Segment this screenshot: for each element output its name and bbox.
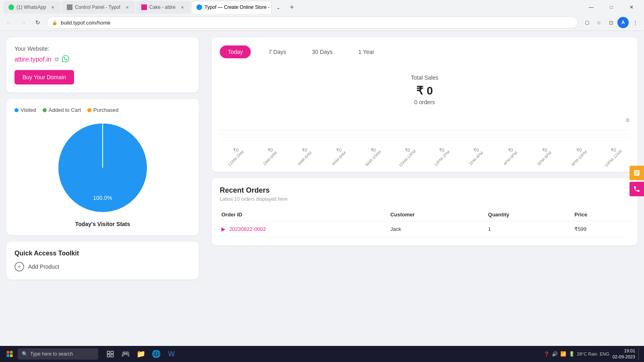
svg-rect-8: [10, 351, 13, 354]
tab-whatsapp[interactable]: (1) WhatsApp ✕: [3, 1, 61, 14]
help-icon[interactable]: ❓: [544, 352, 549, 357]
filter-today[interactable]: Today: [220, 45, 251, 58]
tab-overflow-btn[interactable]: ⌄: [272, 2, 284, 13]
added-to-cart-dot: [43, 108, 47, 112]
add-product-row[interactable]: + Add Product: [14, 262, 191, 272]
orders-table: Order ID Customer Quantity Price ▶ 20230…: [220, 208, 630, 237]
extensions-btn[interactable]: ⋮: [630, 17, 641, 28]
filter-1year[interactable]: 1 Year: [350, 45, 382, 58]
sales-card: Today 7 Days 30 Days 1 Year Total Sales …: [212, 37, 638, 172]
minimize-btn[interactable]: —: [582, 0, 601, 14]
window-controls: — □ ✕: [582, 0, 641, 14]
address-bar-row: ← → ↻ 🔒 build.typof.com/home ⬡ ☆ ⊡ A ⋮: [0, 14, 644, 31]
filter-30days[interactable]: 30 Days: [304, 45, 341, 58]
legend-purchased: Purchased: [87, 107, 118, 113]
order-expand-btn[interactable]: ▶: [221, 226, 225, 232]
maximize-btn[interactable]: □: [602, 0, 621, 14]
svg-rect-9: [7, 354, 10, 357]
close-btn[interactable]: ✕: [622, 0, 641, 14]
volume-icon[interactable]: 🔊: [552, 351, 558, 357]
forward-btn[interactable]: →: [18, 17, 29, 28]
left-panel: Your Website: attire.typof.in ⧉ Buy Your…: [0, 31, 205, 362]
filter-7days[interactable]: 7 Days: [260, 45, 294, 58]
col-order-id: Order ID: [220, 208, 389, 221]
col-quantity: Quantity: [487, 208, 573, 221]
time-filter-row: Today 7 Days 30 Days 1 Year: [220, 45, 630, 58]
svg-rect-11: [107, 351, 110, 354]
tab-control-panel[interactable]: Control Panel - Typof ✕: [62, 1, 135, 14]
divider-2: [220, 134, 630, 134]
bookmark-btn[interactable]: ☆: [593, 17, 605, 28]
taskbar-clock[interactable]: 19:01 02-09-2023: [613, 348, 635, 360]
start-btn[interactable]: [3, 348, 16, 360]
profile-btn[interactable]: A: [617, 17, 629, 28]
tab-label-typof: Typof — Create Online Store - D...: [204, 4, 272, 10]
svg-rect-10: [10, 354, 13, 357]
split-view-btn[interactable]: ⊡: [605, 17, 617, 28]
svg-rect-12: [111, 351, 114, 354]
refresh-btn[interactable]: ↻: [32, 17, 43, 28]
control-panel-favicon: [67, 4, 72, 10]
svg-rect-14: [111, 355, 114, 357]
file-manager-app[interactable]: 📁: [134, 347, 148, 361]
taskbar-apps: 🎮 📁 🌐 W: [103, 347, 179, 361]
legend-added-to-cart: Added to Cart: [43, 107, 81, 113]
tab-bar: (1) WhatsApp ✕ Control Panel - Typof ✕ C…: [0, 0, 644, 14]
address-bar[interactable]: 🔒 build.typof.com/home: [47, 16, 578, 29]
battery-icon[interactable]: 🔋: [569, 351, 575, 357]
word-app[interactable]: W: [164, 347, 179, 361]
cake-attire-favicon: [141, 4, 147, 10]
whatsapp-share-btn[interactable]: [62, 55, 69, 64]
systray: ❓ 🔊 📶 🔋 28°C Rain ENG: [544, 351, 609, 357]
chrome-app[interactable]: 🌐: [149, 347, 163, 361]
toolbar-right: ⬡ ☆ ⊡ A ⋮: [581, 17, 641, 28]
tab-label-cake-attire: Cake - attire: [149, 4, 175, 10]
order-expand-cell: ▶ 20230822-0002: [220, 221, 389, 237]
toolkit-title: Quick Access Toolkit: [14, 250, 191, 257]
copy-url-btn[interactable]: ⧉: [55, 56, 59, 63]
network-icon[interactable]: 📶: [560, 351, 566, 357]
visited-dot: [14, 108, 19, 112]
typof-favicon: 🌐: [196, 4, 202, 10]
tab-close-cake-attire[interactable]: ✕: [180, 4, 185, 10]
tab-close-whatsapp[interactable]: ✕: [50, 4, 56, 10]
added-to-cart-label: Added to Cart: [49, 107, 81, 113]
taskbar: 🔍 Type here to search 🎮 📁 🌐 W ❓ 🔊 📶 🔋 28…: [0, 346, 644, 362]
svg-rect-4: [635, 171, 639, 172]
chart-menu: ≡: [220, 113, 630, 127]
time-slots-row: 12AM-2AM 2AM-4AM 4AM-6AM 6AM-8AM 8AM-10A…: [220, 156, 630, 160]
taskview-btn[interactable]: [103, 347, 118, 361]
col-customer: Customer: [389, 208, 487, 221]
pie-container: 100.0%: [14, 119, 191, 216]
tab-typof[interactable]: 🌐 Typof — Create Online Store - D... ✕: [191, 1, 272, 14]
divider-1: [220, 130, 630, 131]
order-quantity: 1: [487, 221, 573, 237]
divider-3: [220, 138, 630, 138]
note-float-btn[interactable]: [630, 166, 644, 180]
show-desktop-btn[interactable]: [638, 348, 641, 360]
orders-title: Recent Orders: [220, 186, 630, 195]
phone-float-btn[interactable]: [630, 182, 644, 196]
tab-close-control-panel[interactable]: ✕: [124, 4, 130, 10]
browser-chrome: (1) WhatsApp ✕ Control Panel - Typof ✕ C…: [0, 0, 644, 31]
toolkit-card: Quick Access Toolkit + Add Product: [6, 242, 199, 280]
chart-menu-icon[interactable]: ≡: [626, 117, 630, 124]
game-app[interactable]: 🎮: [118, 347, 133, 361]
taskbar-search[interactable]: 🔍 Type here to search: [18, 348, 98, 360]
new-tab-btn[interactable]: +: [286, 2, 297, 13]
floating-btns: [630, 166, 644, 196]
back-btn[interactable]: ←: [3, 17, 14, 28]
total-sales-label: Total Sales: [220, 74, 630, 81]
svg-rect-5: [635, 173, 639, 173]
cast-btn[interactable]: ⬡: [581, 17, 592, 28]
add-product-label: Add Product: [28, 263, 59, 270]
col-price: Price: [573, 208, 630, 221]
legend-row: Visited Added to Cart Purchased: [14, 107, 191, 113]
tab-cake-attire[interactable]: Cake - attire ✕: [136, 1, 190, 14]
buy-domain-btn[interactable]: Buy Your Domain: [14, 70, 74, 84]
order-id-link[interactable]: 20230822-0002: [229, 226, 266, 232]
pie-chart: 100.0%: [54, 119, 151, 216]
url-text: build.typof.com/home: [61, 20, 111, 26]
your-website-label: Your Website:: [14, 45, 191, 52]
website-url-row: attire.typof.in ⧉: [14, 55, 191, 64]
